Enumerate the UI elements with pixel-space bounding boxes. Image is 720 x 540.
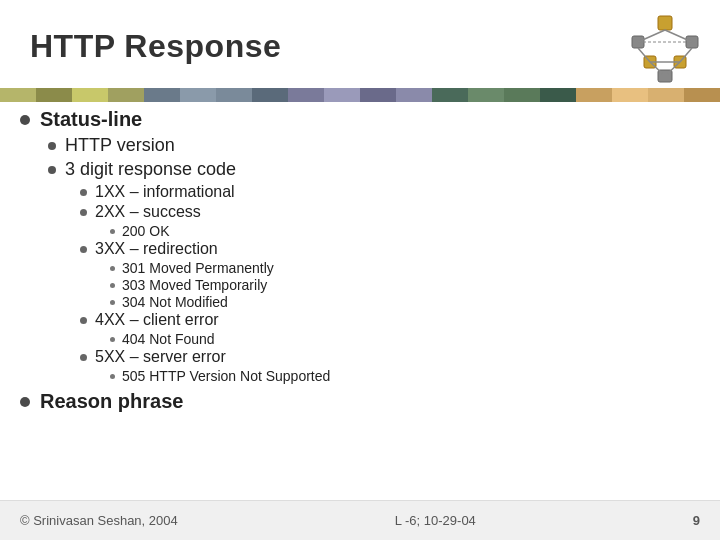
- bullet3-icon: [80, 246, 87, 253]
- bullet-4xx: 4XX – client error: [80, 311, 700, 329]
- bullet-2xx: 2XX – success: [80, 203, 700, 221]
- bullet2-icon: [48, 142, 56, 150]
- bullet4-icon: [110, 300, 115, 305]
- slide-title: HTTP Response: [30, 28, 281, 65]
- color-bar: [0, 88, 720, 102]
- bullet3-icon: [80, 354, 87, 361]
- bullet-303: 303 Moved Temporarily: [110, 277, 700, 293]
- svg-rect-0: [658, 16, 672, 30]
- bullet-304: 304 Not Modified: [110, 294, 700, 310]
- bullet-1xx: 1XX – informational: [80, 183, 700, 201]
- bullet4-icon: [110, 229, 115, 234]
- bullet-reason-phrase: Reason phrase: [20, 390, 700, 413]
- bullet3-icon: [80, 209, 87, 216]
- bullet-http-version: HTTP version: [48, 135, 700, 156]
- bullet-301: 301 Moved Permanently: [110, 260, 700, 276]
- footer: © Srinivasan Seshan, 2004 L -6; 10-29-04…: [0, 500, 720, 540]
- bullet4-icon: [110, 337, 115, 342]
- bullet1-icon: [20, 115, 30, 125]
- bullet-5xx: 5XX – server error: [80, 348, 700, 366]
- bullet-505: 505 HTTP Version Not Supported: [110, 368, 700, 384]
- bullet1-icon: [20, 397, 30, 407]
- bullet4-icon: [110, 266, 115, 271]
- bullet3-icon: [80, 189, 87, 196]
- bullet4-icon: [110, 283, 115, 288]
- slide: HTTP Response: [0, 0, 720, 540]
- footer-lecture: L -6; 10-29-04: [395, 513, 476, 528]
- bullet2-icon: [48, 166, 56, 174]
- bullet-3digit: 3 digit response code: [48, 159, 700, 180]
- bullet-3xx: 3XX – redirection: [80, 240, 700, 258]
- bullet-200ok: 200 OK: [110, 223, 700, 239]
- footer-copyright: © Srinivasan Seshan, 2004: [20, 513, 178, 528]
- bullet3-icon: [80, 317, 87, 324]
- network-icon: [630, 14, 700, 84]
- footer-page-number: 9: [693, 513, 700, 528]
- bullet-404: 404 Not Found: [110, 331, 700, 347]
- bullet-status-line: Status-line: [20, 108, 700, 131]
- content-area: Status-line HTTP version 3 digit respons…: [20, 108, 700, 490]
- bullet4-icon: [110, 374, 115, 379]
